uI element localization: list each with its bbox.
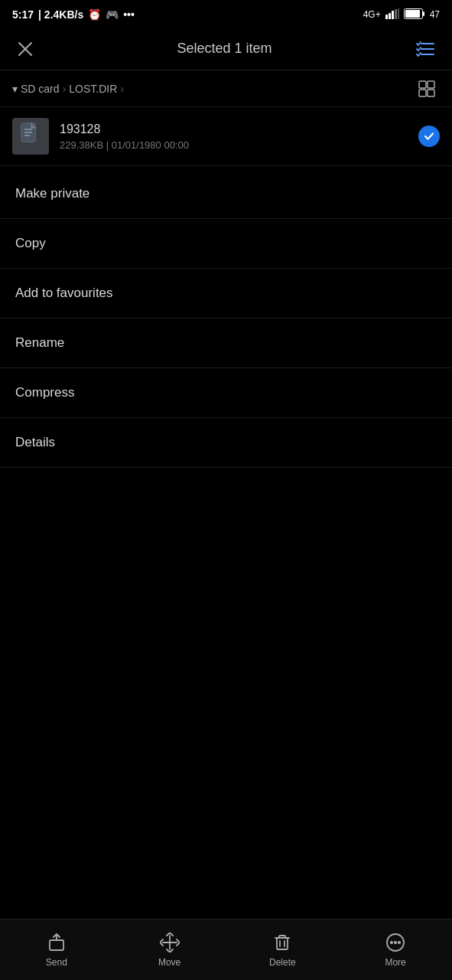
menu-item-add-to-favourites[interactable]: Add to favourites	[0, 269, 452, 318]
file-info: 193128 229.38KB | 01/01/1980 00:00	[60, 122, 418, 151]
file-name: 193128	[60, 122, 418, 136]
steam-icon: 🎮	[106, 8, 119, 21]
time: 5:17	[12, 8, 34, 21]
document-icon	[21, 122, 41, 150]
svg-rect-25	[277, 938, 288, 949]
grid-view-button[interactable]	[414, 76, 440, 102]
move-label: Move	[158, 957, 180, 968]
battery-pct: 47	[430, 9, 440, 20]
svg-point-31	[398, 941, 400, 942]
breadcrumb-bar: ▾ SD card › LOST.DIR ›	[0, 70, 452, 107]
breadcrumb-lostdir: LOST.DIR	[69, 83, 117, 95]
svg-point-29	[391, 941, 392, 942]
send-button[interactable]: Send	[0, 926, 113, 974]
file-size: 229.38KB	[60, 139, 103, 151]
menu-item-copy[interactable]: Copy	[0, 219, 452, 269]
more-button[interactable]: More	[339, 926, 452, 974]
file-meta-separator: |	[106, 139, 112, 151]
breadcrumb[interactable]: ▾ SD card › LOST.DIR ›	[12, 83, 124, 95]
svg-rect-4	[398, 8, 399, 19]
context-menu: Make private Copy Add to favourites Rena…	[0, 169, 452, 468]
alarm-icon: ⏰	[88, 8, 101, 21]
move-button[interactable]: Move	[113, 926, 226, 974]
menu-item-make-private[interactable]: Make private	[0, 169, 452, 219]
svg-rect-14	[428, 81, 434, 88]
signal-bars-icon	[385, 8, 399, 21]
close-button[interactable]	[12, 36, 38, 62]
svg-rect-0	[385, 15, 388, 19]
menu-item-details[interactable]: Details	[0, 418, 452, 468]
svg-rect-2	[392, 11, 394, 19]
status-bar: 5:17 | 2.4KB/s ⏰ 🎮 ••• 4G+ 47	[0, 0, 452, 28]
top-bar: Selected 1 item	[0, 28, 452, 70]
svg-rect-7	[423, 11, 424, 16]
status-left: 5:17 | 2.4KB/s ⏰ 🎮 •••	[12, 8, 135, 21]
breadcrumb-chevron-down[interactable]: ▾	[12, 83, 18, 95]
svg-rect-15	[419, 90, 426, 96]
checklist-button[interactable]	[411, 36, 440, 62]
breadcrumb-sep2: ›	[120, 83, 124, 95]
svg-rect-6	[405, 10, 420, 18]
more-icon: •••	[123, 8, 135, 21]
svg-rect-22	[50, 940, 63, 950]
delete-button[interactable]: Delete	[226, 926, 340, 974]
file-date: 01/01/1980 00:00	[112, 139, 189, 151]
svg-rect-16	[428, 90, 434, 96]
file-thumbnail	[12, 118, 49, 155]
svg-rect-3	[395, 9, 397, 19]
more-label: More	[385, 957, 405, 968]
status-right: 4G+ 47	[363, 8, 440, 21]
svg-rect-13	[419, 81, 426, 88]
svg-point-30	[395, 941, 396, 942]
send-label: Send	[46, 957, 67, 968]
network-speed: | 2.4KB/s	[38, 8, 83, 21]
battery-icon	[404, 8, 425, 21]
page-title: Selected 1 item	[177, 41, 272, 57]
bottom-bar: Send Move Delete More	[0, 919, 452, 980]
file-selected-check	[418, 126, 440, 147]
breadcrumb-sd: SD card	[21, 83, 60, 95]
svg-rect-1	[389, 13, 391, 19]
delete-label: Delete	[269, 957, 296, 968]
menu-item-compress[interactable]: Compress	[0, 368, 452, 418]
file-list: 193128 229.38KB | 01/01/1980 00:00	[0, 107, 452, 166]
breadcrumb-sep1: ›	[63, 83, 67, 95]
file-item[interactable]: 193128 229.38KB | 01/01/1980 00:00	[0, 107, 452, 166]
file-meta: 229.38KB | 01/01/1980 00:00	[60, 139, 418, 151]
menu-item-rename[interactable]: Rename	[0, 318, 452, 368]
signal-label: 4G+	[363, 9, 381, 20]
